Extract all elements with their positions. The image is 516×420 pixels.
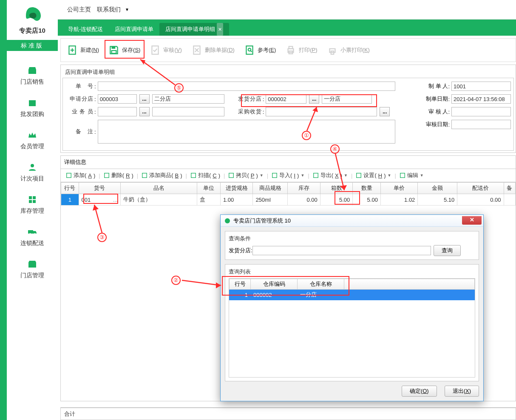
svg-line-45 xyxy=(182,280,221,285)
svg-line-37 xyxy=(140,59,175,85)
svg-marker-42 xyxy=(93,205,99,211)
arrow-5-to-save xyxy=(0,0,516,420)
svg-line-43 xyxy=(335,154,344,190)
svg-marker-44 xyxy=(340,185,347,190)
svg-marker-38 xyxy=(140,59,145,65)
svg-marker-46 xyxy=(216,282,221,288)
